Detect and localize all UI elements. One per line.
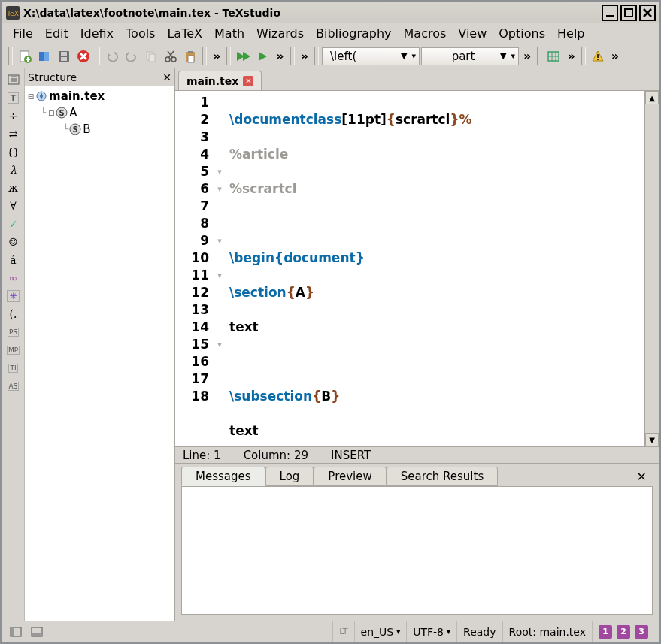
new-file-button[interactable] — [16, 47, 34, 65]
root-doc-cell[interactable]: Root: main.tex — [502, 621, 592, 642]
delimiter-combo[interactable]: \left(▼▾ — [322, 47, 420, 65]
tree-root[interactable]: ⊟ main.tex — [26, 88, 173, 104]
toolbar-overflow-2[interactable]: » — [273, 49, 287, 63]
svg-rect-14 — [61, 57, 67, 61]
code-editor[interactable]: 1234 5678 9101112 13141516 1718 ▾▾ ▾▾ ▾ … — [175, 91, 644, 446]
maximize-button[interactable] — [620, 5, 637, 21]
pkg-ps-icon[interactable]: PS — [5, 324, 23, 340]
panel-left-toggle-icon[interactable] — [7, 623, 25, 641]
output-body[interactable] — [181, 486, 653, 615]
symbol-check-icon[interactable]: ✓ — [5, 216, 23, 232]
language-tool-cell[interactable]: LT — [332, 621, 353, 642]
symbol-brace-icon[interactable]: {} — [5, 144, 23, 160]
output-close-icon[interactable]: ✕ — [631, 467, 653, 487]
menu-math[interactable]: Math — [208, 24, 250, 43]
symbol-arrow-icon[interactable]: ⇄ — [5, 125, 23, 142]
main-area: T ÷ ⇄ {} λ ж ∀ ✓ ☺ á ∞ ✳ (. PS MP TI AS … — [2, 68, 659, 621]
code-content[interactable]: \documentclass[11pt]{scrartcl}% %article… — [225, 91, 644, 446]
symbol-misc-icon[interactable]: ☺ — [5, 234, 23, 250]
symbol-forall-icon[interactable]: ∀ — [5, 198, 23, 214]
table-tool-button[interactable] — [544, 47, 562, 65]
toolbar-overflow-4[interactable]: » — [520, 49, 534, 63]
menu-wizards[interactable]: Wizards — [250, 24, 310, 43]
toolbar-overflow-1[interactable]: » — [210, 49, 223, 63]
fold-column[interactable]: ▾▾ ▾▾ ▾ — [214, 91, 225, 446]
main-toolbar: » » » \left(▼▾ part▼▾ » » » — [2, 44, 659, 68]
scroll-up-icon[interactable]: ▲ — [645, 91, 659, 104]
structure-panel: Structure ✕ ⊟ main.tex └ ⊟ S A — [25, 68, 175, 621]
pkg-as-icon[interactable]: AS — [5, 378, 23, 395]
close-window-button[interactable] — [639, 5, 656, 21]
tree-expand-icon[interactable]: ⊟ — [47, 109, 56, 117]
symbol-operator-icon[interactable]: ÷ — [5, 107, 23, 124]
sectioning-value: part — [452, 50, 475, 63]
svg-rect-13 — [61, 52, 67, 56]
redo-button[interactable] — [123, 47, 141, 65]
tree-expand-icon[interactable]: ⊟ — [26, 92, 35, 101]
panel-bottom-toggle-icon[interactable] — [28, 623, 46, 641]
output-tab-log[interactable]: Log — [265, 467, 314, 486]
output-tab-search[interactable]: Search Results — [387, 467, 498, 486]
pkg-ti-icon[interactable]: TI — [5, 360, 23, 376]
warning-button[interactable] — [589, 47, 607, 65]
symbol-text-icon[interactable]: T — [5, 89, 23, 106]
bookmark-3-icon[interactable]: 3 — [635, 625, 648, 639]
menu-macros[interactable]: Macros — [398, 24, 453, 43]
toolbar-overflow-5[interactable]: » — [564, 49, 578, 63]
toolbar-overflow-6[interactable]: » — [608, 49, 622, 63]
svg-rect-10 — [39, 52, 44, 61]
encoding-cell[interactable]: UTF-8▾ — [406, 621, 456, 642]
menu-latex[interactable]: LaTeX — [161, 24, 208, 43]
svg-point-20 — [165, 57, 170, 62]
editor-column: main.tex ✕ 1234 5678 9101112 13141516 17… — [175, 68, 659, 621]
tree-section-a[interactable]: └ ⊟ S A — [26, 104, 173, 121]
tab-main[interactable]: main.tex ✕ — [178, 71, 262, 90]
svg-rect-43 — [11, 627, 14, 636]
paste-button[interactable] — [181, 47, 199, 65]
open-file-button[interactable] — [35, 47, 53, 65]
menu-edit[interactable]: Edit — [39, 24, 74, 43]
status-ready: Ready — [456, 621, 502, 642]
build-run-button[interactable] — [234, 47, 252, 65]
save-button[interactable] — [55, 47, 73, 65]
language-cell[interactable]: en_US▾ — [354, 621, 407, 642]
compile-button[interactable] — [253, 47, 271, 65]
output-tab-messages[interactable]: Messages — [181, 467, 265, 486]
status-line: Line: 1 — [183, 449, 221, 462]
editor-scrollbar[interactable]: ▲ ▼ — [644, 91, 659, 446]
sectioning-combo[interactable]: part▼▾ — [421, 47, 519, 65]
pkg-mp-icon[interactable]: MP — [5, 342, 23, 358]
tree-subsection-b[interactable]: └ S B — [26, 121, 173, 138]
minimize-button[interactable] — [602, 5, 618, 21]
menu-options[interactable]: Options — [493, 24, 551, 43]
window-title: X:\data\latex\footnote\main.tex - TeXstu… — [23, 7, 602, 19]
menu-help[interactable]: Help — [551, 24, 590, 43]
symbol-paren-icon[interactable]: (. — [5, 306, 23, 322]
symbol-cyrillic-icon[interactable]: ж — [5, 180, 23, 196]
undo-button[interactable] — [103, 47, 121, 65]
symbol-special-icon[interactable]: ∞ — [5, 270, 23, 286]
menu-view[interactable]: View — [452, 24, 493, 43]
structure-tree[interactable]: ⊟ main.tex └ ⊟ S A └ S B — [25, 86, 174, 621]
bookmark-1-icon[interactable]: 1 — [599, 625, 612, 639]
menu-idefix[interactable]: Idefix — [74, 24, 120, 43]
cut-button[interactable] — [162, 47, 180, 65]
symbol-greek-icon[interactable]: λ — [5, 162, 23, 178]
scroll-down-icon[interactable]: ▼ — [645, 433, 659, 446]
panel-toggle-icon[interactable] — [5, 71, 23, 88]
symbol-favorite-icon[interactable]: ✳ — [5, 288, 23, 304]
symbol-accent-icon[interactable]: á — [5, 252, 23, 268]
tab-close-icon[interactable]: ✕ — [243, 76, 253, 86]
section-icon: S — [56, 107, 69, 119]
output-tab-preview[interactable]: Preview — [314, 467, 386, 486]
svg-point-32 — [597, 59, 599, 60]
bookmark-2-icon[interactable]: 2 — [617, 625, 630, 639]
menu-bibliography[interactable]: Bibliography — [310, 24, 398, 43]
copy-button[interactable] — [142, 47, 160, 65]
close-file-button[interactable] — [74, 47, 92, 65]
menu-file[interactable]: File — [7, 24, 39, 43]
structure-close-icon[interactable]: ✕ — [162, 71, 171, 83]
line-gutter: 1234 5678 9101112 13141516 1718 — [175, 91, 214, 446]
toolbar-overflow-3[interactable]: » — [298, 49, 311, 63]
menu-tools[interactable]: Tools — [120, 24, 161, 43]
